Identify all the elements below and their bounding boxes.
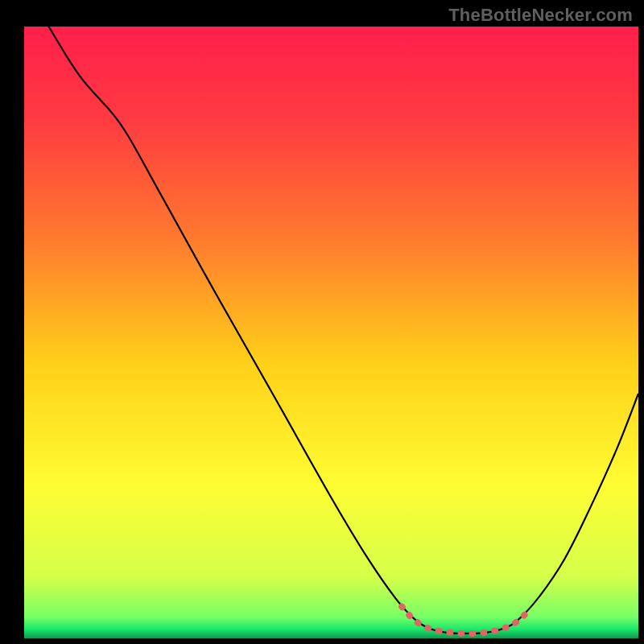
chart-svg: [0, 0, 644, 644]
chart-frame: TheBottleNecker.com: [0, 0, 644, 644]
